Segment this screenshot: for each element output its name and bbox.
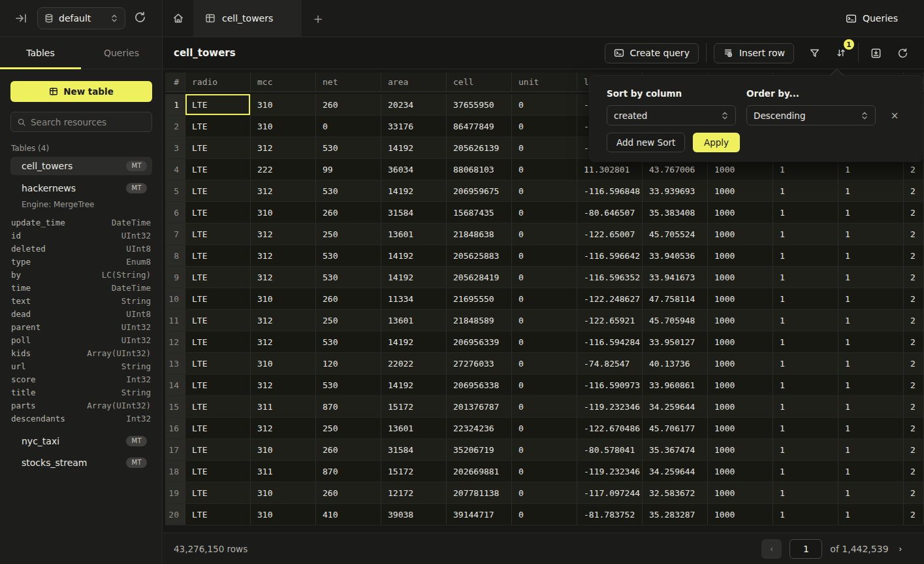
cell-range[interactable]: 1000 [708,482,773,504]
cell-range[interactable]: 1000 [708,245,773,267]
cell-mcc[interactable]: 311 [251,461,316,482]
row-number[interactable]: 7 [165,224,185,245]
cell-samples[interactable]: 1 [773,267,838,288]
cell-area[interactable]: 11334 [381,288,447,310]
cell-unit[interactable]: 0 [512,374,577,396]
row-number[interactable]: 15 [165,396,185,418]
cell-mcc[interactable]: 312 [251,310,316,331]
cell-created[interactable]: 2 [904,224,924,245]
sort-button[interactable]: 1 [831,43,851,63]
cell-radio[interactable]: LTE [185,482,251,504]
cell-mcc[interactable]: 222 [251,159,316,180]
column-header-cell[interactable]: cell [447,73,512,92]
cell-mcc[interactable]: 312 [251,137,316,159]
cell-radio[interactable]: LTE [185,245,251,267]
cell-unit[interactable]: 0 [512,418,577,439]
cell-lon[interactable]: -117.097244 [577,482,643,504]
cell-net[interactable]: 120 [316,353,381,374]
row-number[interactable]: 14 [165,374,185,396]
cell-range[interactable]: 1000 [708,288,773,310]
row-number[interactable]: 8 [165,245,185,267]
cell-unit[interactable]: 0 [512,116,577,137]
cell-cell[interactable]: 35206719 [447,439,512,461]
cell-range[interactable]: 1000 [708,224,773,245]
cell-unit[interactable]: 0 [512,137,577,159]
row-number[interactable]: 3 [165,137,185,159]
cell-unit[interactable]: 0 [512,94,577,116]
cell-net[interactable]: 260 [316,288,381,310]
cell-samples[interactable]: 1 [773,180,838,202]
cell-unit[interactable]: 0 [512,353,577,374]
cell-lon[interactable]: -81.783752 [577,504,643,525]
cell-changeable[interactable]: 1 [838,310,904,331]
cell-net[interactable]: 250 [316,224,381,245]
cell-changeable[interactable]: 1 [838,202,904,224]
cell-radio[interactable]: LTE [185,288,251,310]
cell-lat[interactable]: 45.705948 [643,310,708,331]
column-header-area[interactable]: area [381,73,447,92]
cell-mcc[interactable]: 312 [251,180,316,202]
cell-radio[interactable]: LTE [185,374,251,396]
cell-unit[interactable]: 0 [512,331,577,353]
cell-net[interactable]: 260 [316,202,381,224]
cell-net[interactable]: 260 [316,94,381,116]
cell-net[interactable]: 530 [316,137,381,159]
cell-cell[interactable]: 206956339 [447,331,512,353]
cell-created[interactable]: 2 [904,310,924,331]
cell-created[interactable]: 2 [904,439,924,461]
cell-net[interactable]: 870 [316,396,381,418]
cell-created[interactable]: 2 [904,267,924,288]
cell-area[interactable]: 22022 [381,353,447,374]
cell-created[interactable]: 2 [904,331,924,353]
sort-column-select[interactable]: created [607,105,736,125]
cell-lat[interactable]: 35.383408 [643,202,708,224]
cell-lon[interactable]: 11.302801 [577,159,643,180]
cell-cell[interactable]: 201376787 [447,396,512,418]
cell-lon[interactable]: -119.232346 [577,461,643,482]
search-input[interactable] [31,117,146,127]
home-button[interactable] [163,0,193,37]
cell-changeable[interactable]: 1 [838,461,904,482]
cell-created[interactable]: 2 [904,202,924,224]
cell-radio[interactable]: LTE [185,267,251,288]
row-number[interactable]: 19 [165,482,185,504]
cell-radio[interactable]: LTE [185,224,251,245]
next-page-button[interactable]: › [897,541,904,556]
page-number-input[interactable] [789,539,822,559]
remove-sort-button[interactable]: × [887,108,902,123]
cell-unit[interactable]: 0 [512,504,577,525]
cell-unit[interactable]: 0 [512,180,577,202]
cell-radio[interactable]: LTE [185,116,251,137]
cell-created[interactable]: 2 [904,245,924,267]
cell-lon[interactable]: -122.248627 [577,288,643,310]
cell-net[interactable]: 410 [316,504,381,525]
sort-order-select[interactable]: Descending [746,105,876,125]
cell-lon[interactable]: -80.646507 [577,202,643,224]
cell-radio[interactable]: LTE [185,310,251,331]
column-header-net[interactable]: net [316,73,381,92]
cell-created[interactable]: 2 [904,180,924,202]
cell-changeable[interactable]: 1 [838,245,904,267]
cell-samples[interactable]: 1 [773,353,838,374]
cell-net[interactable]: 260 [316,482,381,504]
cell-radio[interactable]: LTE [185,94,251,116]
cell-lat[interactable]: 47.758114 [643,288,708,310]
cell-unit[interactable]: 0 [512,267,577,288]
cell-lon[interactable]: -116.596848 [577,180,643,202]
insert-row-button[interactable]: Insert row [714,43,794,63]
cell-unit[interactable]: 0 [512,245,577,267]
cell-radio[interactable]: LTE [185,396,251,418]
cell-lon[interactable]: -116.596642 [577,245,643,267]
cell-samples[interactable]: 1 [773,439,838,461]
cell-mcc[interactable]: 310 [251,202,316,224]
row-number[interactable]: 2 [165,116,185,137]
cell-range[interactable]: 1000 [708,396,773,418]
cell-area[interactable]: 14192 [381,331,447,353]
cell-cell[interactable]: 15687435 [447,202,512,224]
cell-lat[interactable]: 40.13736 [643,353,708,374]
cell-net[interactable]: 250 [316,310,381,331]
cell-lon[interactable]: -116.590973 [577,374,643,396]
cell-unit[interactable]: 0 [512,461,577,482]
cell-changeable[interactable]: 1 [838,439,904,461]
cell-mcc[interactable]: 311 [251,396,316,418]
